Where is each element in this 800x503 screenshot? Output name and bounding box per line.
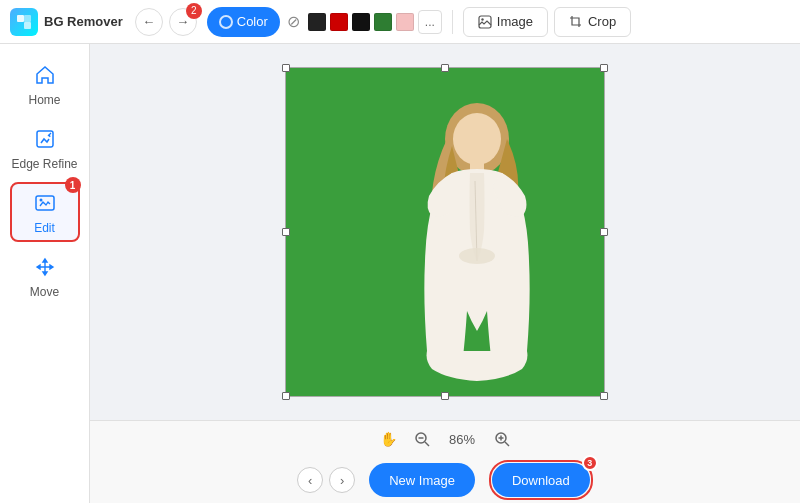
image-icon: [478, 15, 492, 29]
crop-button[interactable]: Crop: [554, 7, 631, 37]
handle-ml[interactable]: [282, 228, 290, 236]
sidebar-move-label: Move: [30, 285, 59, 299]
svg-rect-1: [24, 22, 31, 29]
sidebar-edit-label: Edit: [34, 221, 55, 235]
next-button[interactable]: ›: [329, 467, 355, 493]
swatch-dark[interactable]: [308, 13, 326, 31]
download-button[interactable]: Download: [492, 463, 590, 497]
swatch-red[interactable]: [330, 13, 348, 31]
swatch-black[interactable]: [352, 13, 370, 31]
new-image-button[interactable]: New Image: [369, 463, 475, 497]
handle-tl[interactable]: [282, 64, 290, 72]
logo-icon: [10, 8, 38, 36]
image-button[interactable]: Image: [463, 7, 548, 37]
svg-point-11: [459, 248, 495, 264]
canvas-viewport[interactable]: [90, 44, 800, 420]
move-icon: [31, 253, 59, 281]
sidebar-edge-refine-label: Edge Refine: [11, 157, 77, 171]
app-title: BG Remover: [44, 14, 123, 29]
color-label: Color: [237, 14, 268, 29]
sidebar-item-home[interactable]: Home: [10, 54, 80, 114]
color-button[interactable]: Color: [207, 7, 280, 37]
zoom-out-button[interactable]: [410, 427, 434, 451]
edit-icon: [31, 189, 59, 217]
home-icon: [31, 61, 59, 89]
prev-button[interactable]: ‹: [297, 467, 323, 493]
svg-line-18: [505, 442, 509, 446]
color-tool-group: Color ⊘ ...: [207, 7, 442, 37]
handle-tm[interactable]: [441, 64, 449, 72]
edit-badge: 1: [65, 177, 81, 193]
sidebar: Home Edge Refine 1 E: [0, 44, 90, 503]
svg-rect-0: [17, 15, 24, 22]
nav-badge: 2: [186, 3, 202, 19]
color-circle-icon: [219, 15, 233, 29]
color-btn-wrap: Color: [207, 7, 280, 37]
zoom-in-button[interactable]: [490, 427, 514, 451]
swatch-green[interactable]: [374, 13, 392, 31]
zoom-row: ✋ 86%: [90, 421, 800, 457]
handle-tr[interactable]: [600, 64, 608, 72]
figure-svg: [397, 101, 557, 396]
toolbar-separator: [452, 10, 453, 34]
nav-forward-wrap: → 2: [169, 8, 197, 36]
download-button-wrap: Download 3: [489, 460, 593, 500]
crop-label: Crop: [588, 14, 616, 29]
handle-mr[interactable]: [600, 228, 608, 236]
zoom-percent: 86%: [444, 432, 480, 447]
canvas-frame: [285, 67, 605, 397]
no-color-icon[interactable]: ⊘: [284, 12, 304, 32]
zoom-out-icon: [414, 431, 430, 447]
handle-bm[interactable]: [441, 392, 449, 400]
toolbar: BG Remover ← → 2 Color ⊘ ...: [0, 0, 800, 44]
nav-back-wrap: ←: [135, 8, 163, 36]
more-button[interactable]: ...: [418, 10, 442, 34]
image-label: Image: [497, 14, 533, 29]
logo-area: BG Remover: [10, 8, 123, 36]
sidebar-home-label: Home: [28, 93, 60, 107]
nav-back-button[interactable]: ←: [135, 8, 163, 36]
svg-line-14: [425, 442, 429, 446]
handle-bl[interactable]: [282, 392, 290, 400]
swatch-pink[interactable]: [396, 13, 414, 31]
zoom-in-icon: [494, 431, 510, 447]
sidebar-item-move[interactable]: Move: [10, 246, 80, 306]
svg-rect-3: [479, 16, 491, 28]
edge-refine-icon: [31, 125, 59, 153]
svg-rect-2: [24, 15, 31, 22]
main-area: Home Edge Refine 1 E: [0, 44, 800, 503]
hand-tool-button[interactable]: ✋: [376, 427, 400, 451]
canvas-area: ✋ 86%: [90, 44, 800, 503]
svg-point-4: [481, 18, 483, 20]
bottom-bar: ✋ 86%: [90, 420, 800, 503]
handle-br[interactable]: [600, 392, 608, 400]
crop-icon: [569, 15, 583, 29]
svg-rect-6: [36, 196, 54, 210]
sidebar-item-edit[interactable]: 1 Edit: [10, 182, 80, 242]
action-row: ‹ › New Image Download 3: [90, 457, 800, 503]
prev-next-nav: ‹ ›: [297, 467, 355, 493]
svg-point-7: [39, 199, 42, 202]
download-badge: 3: [582, 455, 598, 471]
sidebar-item-edge-refine[interactable]: Edge Refine: [10, 118, 80, 178]
